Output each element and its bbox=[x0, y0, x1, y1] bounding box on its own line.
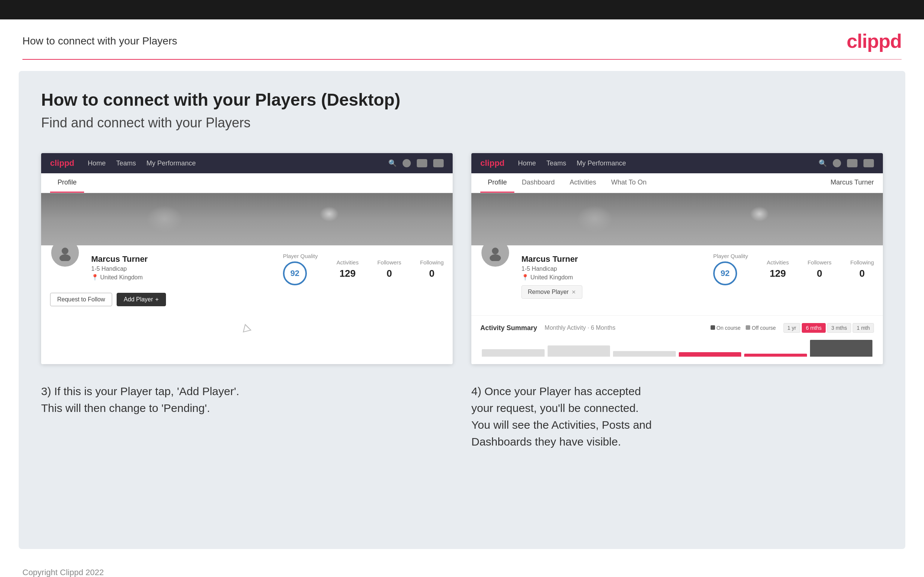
following-stat-right: Following 0 bbox=[850, 259, 874, 279]
tab-what-to-on-right[interactable]: What To On bbox=[604, 173, 654, 193]
time-1mth[interactable]: 1 mth bbox=[853, 323, 874, 333]
caption-right: 4) Once your Player has acceptedyour req… bbox=[471, 383, 883, 450]
remove-player-button[interactable]: Remove Player ✕ bbox=[522, 285, 582, 299]
followers-stat-left: Followers 0 bbox=[377, 259, 401, 279]
caption-text-left: 3) If this is your Player tap, 'Add Play… bbox=[41, 383, 453, 416]
following-label-right: Following bbox=[850, 259, 874, 266]
banner-golf-right bbox=[471, 193, 883, 245]
mock-nav-right-left: 🔍 bbox=[388, 159, 444, 167]
mock-stats-row-right: Player Quality 92 Activities 129 Followe… bbox=[713, 253, 874, 285]
player-name-right: Marcus Turner bbox=[522, 254, 702, 264]
request-follow-button[interactable]: Request to Follow bbox=[50, 293, 112, 306]
tab-dashboard-right[interactable]: Dashboard bbox=[514, 173, 562, 193]
svg-point-0 bbox=[62, 248, 68, 254]
mock-profile-banner-right bbox=[471, 193, 883, 245]
chart-area bbox=[480, 338, 874, 357]
location-text-right: United Kingdom bbox=[530, 274, 573, 281]
add-player-button[interactable]: Add Player + bbox=[116, 293, 166, 306]
clippd-logo: clippd bbox=[846, 30, 901, 52]
mock-tabs-left: Profile bbox=[41, 173, 453, 193]
bar-5 bbox=[744, 354, 807, 357]
quality-label-right: Player Quality bbox=[713, 253, 748, 259]
location-text-left: United Kingdom bbox=[100, 274, 143, 281]
search-icon-left: 🔍 bbox=[388, 159, 397, 167]
mock-profile-banner-left bbox=[41, 193, 453, 245]
legend-dot-on: On course bbox=[711, 325, 740, 331]
mock-buttons-left: Request to Follow Add Player + bbox=[50, 293, 444, 306]
activity-header: Activity Summary Monthly Activity · 6 Mo… bbox=[480, 323, 874, 333]
player-location-right: 📍 United Kingdom bbox=[522, 274, 702, 281]
user-icon-right bbox=[833, 159, 841, 167]
copyright-text: Copyright Clippd 2022 bbox=[23, 568, 104, 577]
main-title: How to connect with your Players (Deskto… bbox=[41, 90, 883, 110]
bar-4 bbox=[679, 352, 741, 357]
nav-performance-left: My Performance bbox=[147, 160, 196, 167]
legend-dot-off: Off course bbox=[746, 325, 775, 331]
tab-user-right: Marcus Turner bbox=[830, 173, 874, 193]
bar-2 bbox=[548, 345, 611, 357]
main-content: How to connect with your Players (Deskto… bbox=[19, 71, 905, 549]
quality-stat-right: Player Quality 92 bbox=[713, 253, 748, 285]
following-value-left: 0 bbox=[420, 268, 444, 279]
mock-logo-right: clippd bbox=[480, 158, 505, 168]
activities-label-left: Activities bbox=[336, 259, 359, 266]
user-icon-left bbox=[402, 159, 411, 167]
followers-value-right: 0 bbox=[808, 268, 831, 279]
time-3mths[interactable]: 3 mths bbox=[827, 323, 851, 333]
time-buttons: 1 yr 6 mths 3 mths 1 mth bbox=[783, 323, 874, 333]
captions-row: 3) If this is your Player tap, 'Add Play… bbox=[41, 383, 883, 450]
screenshots-row: clippd Home Teams My Performance 🔍 Profi… bbox=[41, 153, 883, 364]
time-1yr[interactable]: 1 yr bbox=[783, 323, 800, 333]
tab-profile-left[interactable]: Profile bbox=[50, 173, 84, 193]
main-subtitle: Find and connect with your Players bbox=[41, 115, 883, 131]
activity-title: Activity Summary bbox=[480, 324, 537, 332]
activity-summary: Activity Summary Monthly Activity · 6 Mo… bbox=[471, 315, 883, 364]
mock-edit-area-left bbox=[41, 315, 453, 344]
tab-activities-right[interactable]: Activities bbox=[562, 173, 604, 193]
nav-teams-left: Teams bbox=[116, 160, 136, 167]
quality-circle-left: 92 bbox=[283, 261, 307, 285]
nav-teams-right: Teams bbox=[546, 160, 566, 167]
mock-nav-left: clippd Home Teams My Performance 🔍 bbox=[41, 153, 453, 173]
search-icon-right: 🔍 bbox=[819, 159, 827, 167]
player-handicap-left: 1-5 Handicap bbox=[91, 266, 272, 272]
nav-home-left: Home bbox=[88, 160, 106, 167]
activity-legend: On course Off course bbox=[711, 325, 776, 331]
settings-icon-right bbox=[847, 159, 858, 167]
time-6mths[interactable]: 6 mths bbox=[802, 323, 826, 333]
globe-icon-left bbox=[433, 159, 444, 167]
tab-profile-right[interactable]: Profile bbox=[480, 173, 514, 193]
mock-nav-right: clippd Home Teams My Performance 🔍 bbox=[471, 153, 883, 173]
top-bar bbox=[0, 0, 924, 19]
quality-stat-left: Player Quality 92 bbox=[283, 253, 318, 285]
page-footer: Copyright Clippd 2022 bbox=[0, 560, 924, 577]
plus-icon: + bbox=[155, 296, 158, 303]
svg-point-3 bbox=[492, 248, 499, 254]
svg-line-2 bbox=[245, 324, 249, 328]
header-divider bbox=[23, 59, 901, 60]
activities-value-left: 129 bbox=[336, 268, 359, 279]
settings-icon-left bbox=[417, 159, 427, 167]
followers-label-right: Followers bbox=[808, 259, 831, 266]
mock-profile-body-right: Marcus Turner 1-5 Handicap 📍 United King… bbox=[471, 245, 883, 315]
activities-value-right: 129 bbox=[767, 268, 789, 279]
mock-avatar-row-right: Marcus Turner 1-5 Handicap 📍 United King… bbox=[480, 253, 874, 299]
breadcrumb: How to connect with your Players bbox=[23, 35, 177, 47]
caption-left: 3) If this is your Player tap, 'Add Play… bbox=[41, 383, 453, 450]
following-label-left: Following bbox=[420, 259, 444, 266]
mock-profile-body-left: Marcus Turner 1-5 Handicap 📍 United King… bbox=[41, 245, 453, 315]
bar-1 bbox=[482, 349, 544, 357]
page-header: How to connect with your Players clippd bbox=[0, 19, 924, 59]
quality-circle-right: 92 bbox=[713, 261, 737, 285]
player-handicap-right: 1-5 Handicap bbox=[522, 266, 702, 272]
mock-stats-row-left: Player Quality 92 Activities 129 Followe… bbox=[283, 253, 444, 285]
following-stat-left: Following 0 bbox=[420, 259, 444, 279]
quality-label-left: Player Quality bbox=[283, 253, 318, 259]
activities-stat-left: Activities 129 bbox=[336, 259, 359, 279]
player-info-left: Marcus Turner 1-5 Handicap 📍 United King… bbox=[91, 253, 272, 281]
globe-icon-right bbox=[863, 159, 874, 167]
screenshot-right: clippd Home Teams My Performance 🔍 Profi… bbox=[471, 153, 883, 364]
banner-golf-left bbox=[41, 193, 453, 245]
player-info-right: Marcus Turner 1-5 Handicap 📍 United King… bbox=[522, 253, 702, 299]
followers-label-left: Followers bbox=[377, 259, 401, 266]
